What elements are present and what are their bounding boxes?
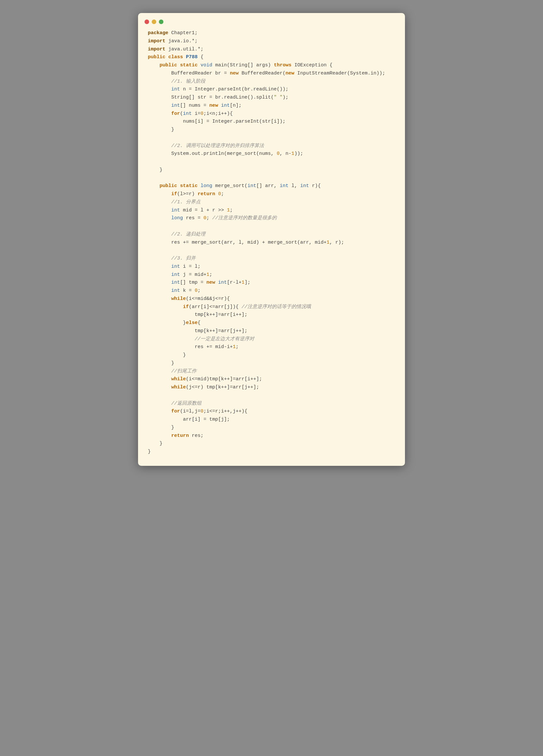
- maximize-button[interactable]: [159, 20, 163, 24]
- close-button[interactable]: [144, 20, 149, 24]
- code-content: package Chapter1; import java.io.*; impo…: [138, 29, 405, 456]
- code-window: package Chapter1; import java.io.*; impo…: [138, 13, 405, 466]
- minimize-button[interactable]: [152, 20, 156, 24]
- titlebar: [138, 20, 405, 29]
